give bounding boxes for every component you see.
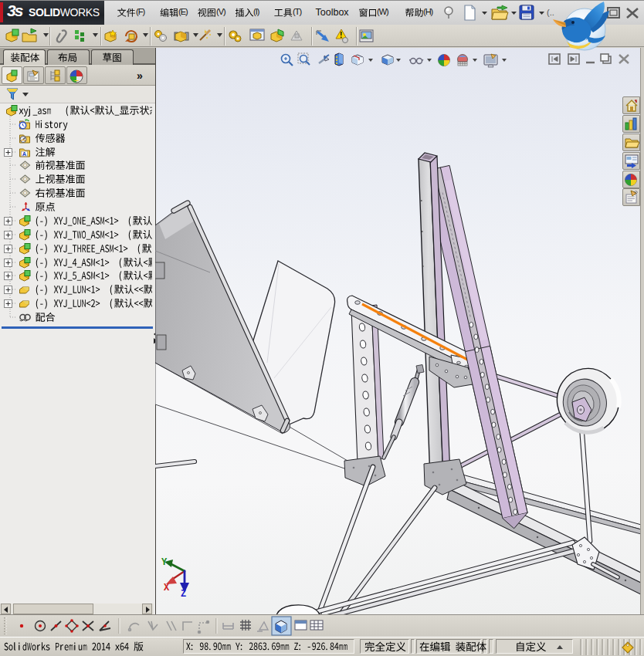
svg-text:Y: Y bbox=[161, 557, 168, 568]
svg-text:Z: Z bbox=[181, 589, 186, 600]
svg-text:X: X bbox=[164, 583, 170, 593]
svg-text:!: ! bbox=[340, 31, 342, 39]
